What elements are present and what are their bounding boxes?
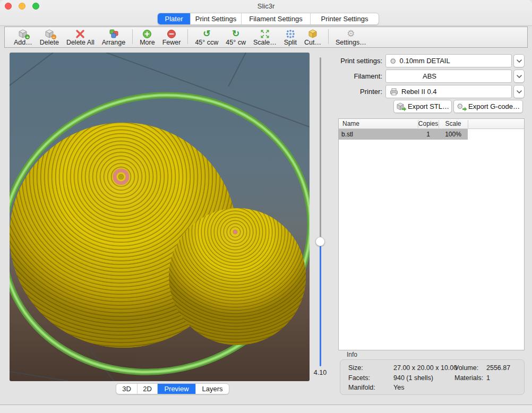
object-list-table[interactable]: Name Copies Scale b.stl 1 100%: [338, 118, 525, 350]
manifold-value: Yes: [393, 384, 404, 391]
view-mode-3d[interactable]: 3D: [116, 384, 138, 394]
print-settings-dropdown-button[interactable]: [513, 54, 525, 67]
green-arrow-icon: [462, 107, 467, 111]
split-button[interactable]: Split: [280, 27, 301, 46]
rotate-ccw-icon: ↺: [201, 29, 212, 39]
delete-button[interactable]: − Delete: [36, 27, 63, 46]
column-header-copies[interactable]: Copies: [418, 120, 439, 127]
sliced-object-small: [169, 208, 306, 345]
window-header: Slic3r Plater Print Settings Filament Se…: [0, 0, 532, 26]
export-gcode-icon: ⚙: [457, 102, 466, 110]
info-section-title: Info: [347, 351, 357, 358]
toolbar-separator: [187, 29, 188, 44]
more-button[interactable]: More: [136, 27, 158, 46]
view-mode-layers[interactable]: Layers: [196, 384, 229, 394]
scale-arrows-icon: [259, 29, 271, 39]
printer-label: Printer:: [316, 85, 382, 98]
table-row-selected[interactable]: b.stl 1 100%: [339, 129, 468, 140]
split-dots-icon: [285, 29, 296, 39]
layer-slider-thumb[interactable]: [315, 237, 325, 246]
apex-perimeter-small: [233, 230, 237, 234]
minus-circle-icon: [166, 29, 177, 39]
tab-filament-settings[interactable]: Filament Settings: [242, 13, 311, 24]
add-box-icon: +: [17, 29, 29, 39]
export-stl-button[interactable]: Export STL…: [393, 100, 452, 113]
green-arrow-icon: [402, 107, 407, 111]
slic3r-window: { "window": { "title": "Slic3r" }, "tabs…: [0, 0, 532, 413]
cell-scale: 100%: [439, 131, 468, 138]
print-settings-combo[interactable]: ⚙ 0.10mm DETAIL: [385, 54, 512, 67]
info-panel: Size: 27.00 x 20.00 x 10.00 Volume: 2556…: [340, 359, 525, 395]
materials-label: Materials:: [454, 374, 483, 382]
export-gcode-button[interactable]: ⚙ Export G-code…: [453, 100, 523, 113]
settings-button[interactable]: ⚙ Settings…: [332, 27, 370, 46]
tab-plater[interactable]: Plater: [158, 13, 191, 24]
tab-print-settings[interactable]: Print Settings: [191, 13, 242, 24]
delete-all-button[interactable]: Delete All: [63, 27, 98, 46]
printer-dropdown-button[interactable]: [513, 85, 525, 98]
manifold-label: Manifold:: [348, 384, 375, 391]
print-settings-label: Print settings:: [316, 54, 382, 67]
layer-slider-fill[interactable]: [320, 242, 321, 366]
delete-all-x-icon: [74, 29, 86, 39]
view-mode-2d[interactable]: 2D: [138, 384, 158, 394]
column-header-name[interactable]: Name: [342, 120, 359, 127]
cell-name: b.stl: [341, 131, 353, 138]
chevron-down-icon: [517, 90, 522, 93]
toolbar-separator: [328, 29, 329, 44]
main-tabbar: Plater Print Settings Filament Settings …: [157, 13, 379, 25]
fewer-button[interactable]: Fewer: [159, 27, 185, 46]
printer-combo[interactable]: Rebel II 0.4: [385, 85, 512, 98]
delete-box-icon: −: [44, 29, 55, 39]
printer-icon: [390, 88, 398, 96]
size-value: 27.00 x 20.00 x 10.00: [393, 364, 457, 372]
materials-value: 1: [486, 374, 490, 382]
filament-label: Filament:: [316, 70, 382, 83]
view-mode-preview[interactable]: Preview: [158, 384, 196, 394]
gcode-preview-scene: [10, 53, 310, 381]
size-label: Size:: [348, 364, 363, 372]
layer-slider-value: 4.10: [310, 369, 330, 376]
plater-toolbar: + Add… − Delete Delete All: [4, 27, 528, 48]
chevron-down-icon: [517, 75, 522, 78]
rotate-cw-button[interactable]: ↻ 45° cw: [222, 27, 250, 46]
export-stl-icon: [396, 102, 405, 110]
minus-badge-icon: −: [52, 35, 56, 39]
cell-copies: 1: [418, 131, 439, 138]
tab-printer-settings[interactable]: Printer Settings: [311, 13, 379, 24]
column-header-scale[interactable]: Scale: [439, 120, 468, 127]
status-bar: [0, 405, 532, 413]
scale-button[interactable]: Scale…: [250, 27, 280, 46]
toolbar-separator: [132, 29, 133, 44]
rotate-ccw-button[interactable]: ↺ 45° ccw: [191, 27, 222, 46]
3d-viewport[interactable]: [10, 53, 310, 381]
arrange-button[interactable]: Arrange: [98, 27, 129, 46]
gear-icon: ⚙: [390, 57, 397, 65]
view-mode-switcher: 3D 2D Preview Layers: [116, 383, 229, 394]
volume-value: 2556.87: [486, 364, 510, 372]
titlebar: Slic3r: [0, 0, 532, 12]
rotate-cw-icon: ↻: [230, 29, 242, 39]
arrange-cubes-icon: [108, 29, 119, 39]
window-title: Slic3r: [0, 2, 532, 10]
filament-combo[interactable]: ABS: [385, 70, 512, 83]
plus-circle-icon: [141, 29, 153, 39]
filament-dropdown-button[interactable]: [513, 70, 525, 83]
table-header: Name Copies Scale: [339, 119, 524, 129]
chevron-down-icon: [517, 59, 522, 63]
facets-label: Facets:: [348, 374, 370, 382]
add-button[interactable]: + Add…: [10, 27, 36, 46]
cut-button[interactable]: Cut…: [301, 27, 325, 46]
volume-label: Volume:: [454, 364, 478, 372]
cut-box-icon: [307, 29, 319, 39]
gear-icon: ⚙: [345, 29, 357, 39]
facets-value: 940 (1 shells): [393, 374, 433, 382]
